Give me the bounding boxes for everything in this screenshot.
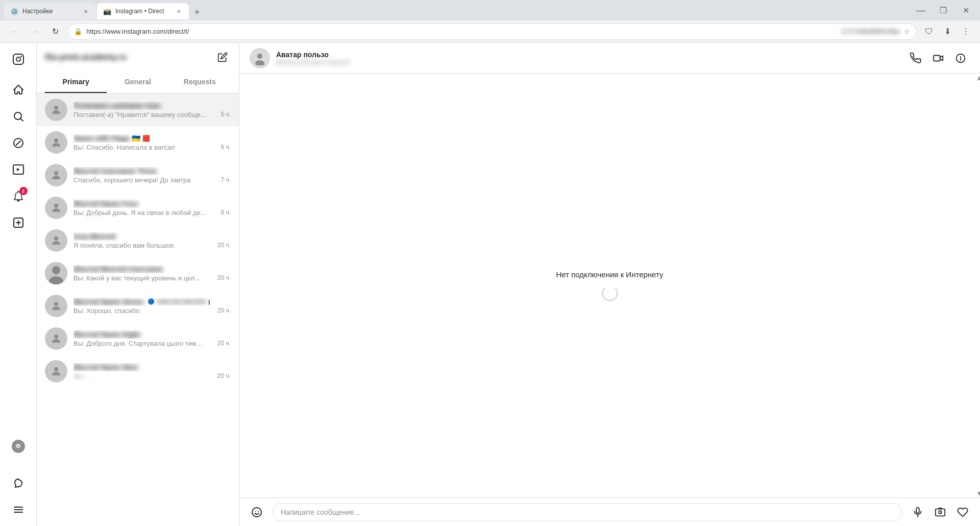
message-input[interactable] — [272, 503, 902, 521]
dm-item-time: 7 ч. — [220, 176, 231, 183]
tab-requests[interactable]: Requests — [169, 71, 231, 93]
svg-point-11 — [54, 138, 58, 142]
nav-search[interactable] — [6, 104, 31, 129]
svg-point-14 — [54, 236, 58, 241]
scroll-up-btn[interactable]: ▲ — [976, 74, 980, 82]
security-icon: 🔒 — [74, 28, 82, 35]
svg-rect-23 — [934, 55, 940, 61]
svg-rect-28 — [916, 507, 919, 513]
tab-general[interactable]: General — [107, 71, 168, 93]
dm-item-name: Blurred Username Three — [74, 167, 231, 175]
nav-reels[interactable] — [6, 157, 31, 182]
input-actions — [909, 503, 972, 521]
dm-name-text: Blurred Name Four — [74, 200, 138, 208]
window-minimize[interactable]: — — [911, 3, 931, 17]
toolbar-actions: 🛡 ⬇ ⋮ — [921, 23, 974, 40]
dm-item-preview: Вы: Какой у вас текущий уровень и цел... — [74, 274, 200, 282]
avatar — [45, 360, 67, 382]
dm-item-preview: Вы: Хорошо, спасибо — [74, 307, 140, 315]
tab-instagram[interactable]: 📸 Instagram • Direct ✕ — [97, 3, 189, 19]
dm-name-text: Blurred Username Three — [74, 167, 157, 175]
tab-primary[interactable]: Primary — [45, 71, 107, 93]
dm-item-time: 20 ч. — [217, 340, 231, 347]
avatar — [45, 131, 67, 154]
svg-point-10 — [54, 106, 58, 110]
bookmark-icon[interactable]: ☆ — [904, 28, 910, 35]
nav-instagram-logo[interactable] — [6, 47, 31, 71]
dm-item-preview: Вы: Добрый день. Я на связи в любой де..… — [74, 209, 206, 217]
svg-point-20 — [54, 367, 58, 371]
dm-item-name: Inna Blurred — [74, 232, 231, 241]
tab-settings[interactable]: ⚙️ Настройки ✕ — [4, 3, 96, 19]
red-flag-emoji: 🟥 — [142, 135, 150, 142]
forward-button[interactable]: → — [27, 23, 43, 40]
download-button[interactable]: ⬇ — [939, 23, 955, 40]
address-bar[interactable]: 🔒 https://www.instagram.com/direct/t/ 17… — [67, 23, 917, 40]
chat-header-avatar — [250, 48, 270, 68]
back-button[interactable]: ← — [6, 23, 22, 40]
dm-item-preview: Я поняла, спасибо вам большое. — [74, 242, 176, 249]
nav-explore[interactable] — [6, 131, 31, 155]
tab-settings-close[interactable]: ✕ — [82, 7, 90, 15]
nav-threads[interactable] — [6, 471, 31, 495]
svg-rect-7 — [14, 507, 23, 508]
dm-header: the.prem.academy.ru — [37, 43, 239, 71]
nav-create[interactable] — [6, 210, 31, 235]
nav-profile[interactable]: Ф — [6, 434, 31, 459]
profile-avatar: Ф — [12, 440, 25, 453]
dm-edit-button[interactable] — [214, 49, 231, 65]
chat-area: Аватар пользо Blurred username long text — [239, 43, 980, 526]
svg-rect-29 — [936, 509, 945, 516]
microphone-button[interactable] — [909, 503, 927, 521]
nav-menu[interactable] — [6, 497, 31, 522]
dm-item-name: Blurred Name Nine — [74, 363, 231, 371]
dm-conversation-item[interactable]: Name with Flags 🇺🇦 🟥 Вы: Спасибо. Написа… — [37, 126, 239, 159]
browser-toolbar: ← → ↻ 🔒 https://www.instagram.com/direct… — [0, 20, 980, 43]
photo-button[interactable] — [931, 503, 949, 521]
video-call-button[interactable] — [929, 49, 947, 67]
window-maximize[interactable]: ❐ — [933, 3, 953, 17]
scroll-down-btn[interactable]: ▼ — [976, 489, 980, 497]
dm-conversation-item[interactable]: Blurred Name Nine Вы: ... 20 ч. — [37, 355, 239, 388]
emoji-button[interactable] — [248, 503, 266, 521]
dm-conversation-item[interactable]: Inna Blurred Я поняла, спасибо вам больш… — [37, 224, 239, 257]
menu-button[interactable]: ⋮ — [958, 23, 974, 40]
dm-conversation-item[interactable]: Blurred Blurred Username Вы: Какой у вас… — [37, 257, 239, 290]
dm-item-content: Blurred Name Nine Вы: ... 20 ч. — [74, 363, 231, 380]
dm-name-text: Firstname Lastname User — [74, 102, 161, 110]
svg-point-18 — [54, 302, 58, 306]
flag-emoji: 🇺🇦 — [132, 134, 140, 142]
svg-point-16 — [52, 266, 60, 274]
dm-conversation-item[interactable]: Blurred Name Seven 🔵 some text extra her… — [37, 290, 239, 322]
dm-conversation-item[interactable]: Firstname Lastname User Поставил(-а) "Нр… — [37, 93, 239, 126]
tab-instagram-close[interactable]: ✕ — [175, 7, 183, 15]
info-button[interactable] — [951, 49, 970, 67]
name-separator: | — [208, 299, 210, 305]
svg-point-26 — [255, 511, 256, 512]
new-tab-button[interactable]: + — [190, 5, 204, 19]
heart-button[interactable] — [953, 503, 972, 521]
dm-item-preview: Спасибо, хорошего вечера! До завтра — [74, 176, 191, 184]
avatar — [45, 262, 67, 284]
reload-button[interactable]: ↻ — [47, 23, 63, 40]
dm-item-preview: Вы: ... — [74, 372, 92, 380]
dm-conversation-item[interactable]: Blurred Name Eight Вы: Доброго дня. Стар… — [37, 322, 239, 355]
dm-item-name: Firstname Lastname User — [74, 102, 231, 110]
name-badge-blue: 🔵 — [148, 298, 155, 305]
dm-conversation-list: Firstname Lastname User Поставил(-а) "Нр… — [37, 93, 239, 526]
dm-tabs: Primary General Requests — [37, 71, 239, 93]
nav-home[interactable] — [6, 78, 31, 102]
window-close[interactable]: ✕ — [955, 3, 976, 17]
phone-call-button[interactable] — [906, 49, 925, 67]
nav-notifications[interactable]: 2 — [6, 184, 31, 208]
dm-conversation-item[interactable]: Blurred Name Four Вы: Добрый день. Я на … — [37, 192, 239, 224]
chat-input-area — [239, 497, 980, 526]
dm-name-text: Blurred Name Seven — [74, 298, 143, 306]
dm-item-time: 20 ч. — [217, 372, 231, 379]
scrollbar[interactable]: ▲ ▼ — [976, 74, 980, 497]
extensions-button[interactable]: 🛡 — [921, 23, 937, 40]
dm-panel: the.prem.academy.ru Primary General Requ… — [37, 43, 239, 526]
dm-conversation-item[interactable]: Blurred Username Three Спасибо, хорошего… — [37, 159, 239, 192]
dm-item-content: Blurred Name Eight Вы: Доброго дня. Стар… — [74, 330, 231, 347]
loading-spinner — [602, 285, 618, 301]
